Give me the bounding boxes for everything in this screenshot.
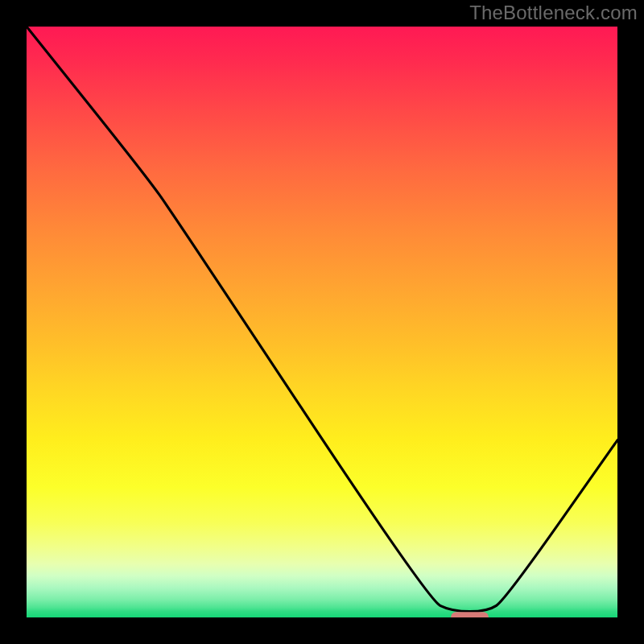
bottleneck-curve [27, 27, 617, 617]
plot-area [27, 27, 617, 617]
watermark-text: TheBottleneck.com [469, 2, 638, 24]
minimum-marker [451, 612, 489, 617]
chart-frame: TheBottleneck.com [0, 0, 644, 644]
